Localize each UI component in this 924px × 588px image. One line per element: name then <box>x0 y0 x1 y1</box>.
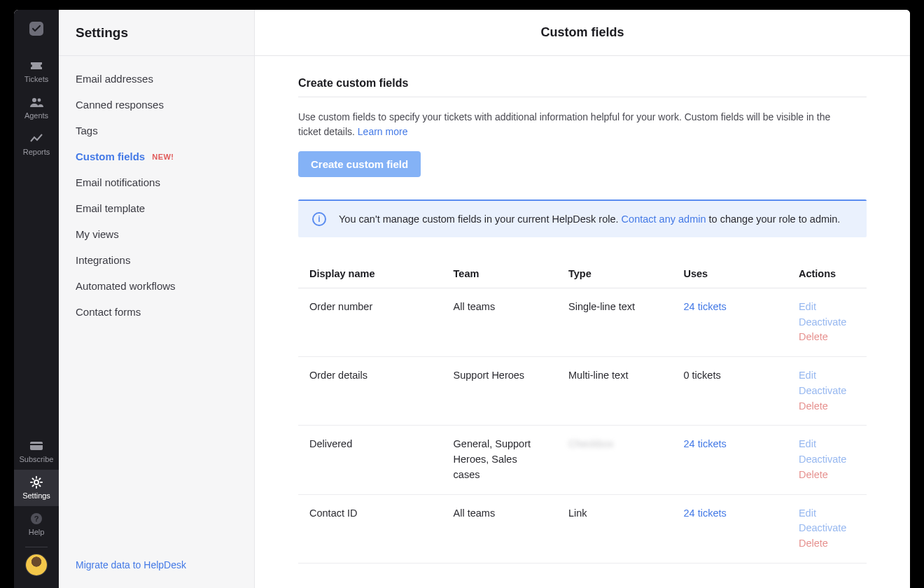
uses-link[interactable]: 24 tickets <box>683 507 726 519</box>
rail-item-reports[interactable]: Reports <box>14 126 59 162</box>
sidebar-item-label: Automated workflows <box>76 280 176 292</box>
action-delete[interactable]: Delete <box>799 536 855 552</box>
nav-rail: Tickets Agents Reports Subscribe Setting… <box>14 10 59 588</box>
cell-team: Support Heroes <box>442 357 557 426</box>
rail-label: Reports <box>23 148 50 156</box>
cell-uses: 24 tickets <box>672 426 787 494</box>
sidebar-item-my-views[interactable]: My views <box>59 221 254 247</box>
section-description: Use custom fields to specify your ticket… <box>298 110 844 140</box>
app-shell: Tickets Agents Reports Subscribe Setting… <box>14 10 910 588</box>
rail-label: Subscribe <box>20 455 54 463</box>
cell-display-name: Delivered <box>298 426 442 494</box>
cell-uses: 24 tickets <box>672 288 787 356</box>
action-deactivate[interactable]: Deactivate <box>799 521 855 536</box>
table-row: Order numberAll teamsSingle-line text24 … <box>298 288 867 356</box>
svg-point-1 <box>32 98 36 102</box>
uses-link[interactable]: 24 tickets <box>683 438 726 449</box>
svg-rect-4 <box>30 444 43 445</box>
svg-point-2 <box>38 99 41 102</box>
sidebar-item-label: Email template <box>76 202 145 214</box>
uses-link[interactable]: 24 tickets <box>683 301 726 312</box>
cell-uses: 24 tickets <box>672 494 787 563</box>
action-deactivate[interactable]: Deactivate <box>799 452 855 468</box>
sidebar-item-label: Canned responses <box>76 99 164 111</box>
action-edit[interactable]: Edit <box>799 506 855 522</box>
rail-item-tickets[interactable]: Tickets <box>14 53 59 90</box>
sidebar-item-automated-workflows[interactable]: Automated workflows <box>59 273 254 299</box>
main-body: Create custom fields Use custom fields t… <box>255 56 910 588</box>
col-type: Type <box>557 260 672 288</box>
rail-divider <box>25 547 48 547</box>
svg-text:?: ? <box>34 514 39 523</box>
col-actions: Actions <box>788 260 867 288</box>
action-deactivate[interactable]: Deactivate <box>799 315 855 330</box>
notice-post: to change your role to admin. <box>706 214 841 225</box>
cell-actions: EditDeactivateDelete <box>788 426 867 494</box>
cell-display-name: Contact ID <box>298 494 442 563</box>
sidebar-item-integrations[interactable]: Integrations <box>59 247 254 273</box>
migrate-link[interactable]: Migrate data to HelpDesk <box>76 559 186 570</box>
divider <box>298 97 867 97</box>
contact-admin-link[interactable]: Contact any admin <box>622 214 706 225</box>
cell-team: General, Support Heroes, Sales cases <box>442 426 557 494</box>
sidebar-item-label: Integrations <box>76 254 130 266</box>
cell-type: Single-line text <box>557 288 672 356</box>
rail-item-subscribe[interactable]: Subscribe <box>14 433 59 470</box>
sidebar-item-email-addresses[interactable]: Email addresses <box>59 66 254 92</box>
action-delete[interactable]: Delete <box>799 399 855 414</box>
cell-actions: EditDeactivateDelete <box>788 288 867 356</box>
rail-label: Settings <box>22 491 50 500</box>
sidebar-title: Settings <box>59 10 254 56</box>
sidebar-item-label: My views <box>76 228 119 240</box>
sidebar-item-label: Tags <box>76 125 98 136</box>
svg-point-5 <box>34 480 38 484</box>
sidebar-item-tags[interactable]: Tags <box>59 118 254 144</box>
table-row: DeliveredGeneral, Support Heroes, Sales … <box>298 426 867 494</box>
blurred-type: Checkbox <box>568 438 613 449</box>
cell-actions: EditDeactivateDelete <box>788 494 867 563</box>
agents-icon <box>29 96 43 108</box>
col-display-name: Display name <box>298 260 442 288</box>
rail-item-settings[interactable]: Settings <box>14 470 59 506</box>
section-title: Create custom fields <box>298 77 867 90</box>
cell-display-name: Order number <box>298 288 442 356</box>
cell-team: All teams <box>442 288 557 356</box>
learn-more-link[interactable]: Learn more <box>358 126 408 137</box>
notice-text: You can't manage custom fields in your c… <box>339 214 840 225</box>
table-row: Contact IDAll teamsLink24 ticketsEditDea… <box>298 494 867 563</box>
sidebar-item-label: Email notifications <box>76 176 160 188</box>
help-icon: ? <box>30 512 43 525</box>
sidebar-item-email-notifications[interactable]: Email notifications <box>59 169 254 195</box>
rail-label: Tickets <box>24 75 48 83</box>
gear-icon <box>30 476 43 489</box>
sidebar-item-email-template[interactable]: Email template <box>59 195 254 221</box>
new-badge: NEW! <box>152 153 174 161</box>
action-edit[interactable]: Edit <box>799 300 855 315</box>
card-icon <box>30 440 43 452</box>
sidebar-item-canned-responses[interactable]: Canned responses <box>59 92 254 118</box>
cell-uses: 0 tickets <box>672 357 787 426</box>
col-team: Team <box>442 260 557 288</box>
permission-notice: i You can't manage custom fields in your… <box>298 200 867 237</box>
action-delete[interactable]: Delete <box>799 330 855 345</box>
rail-item-help[interactable]: ? Help <box>14 506 59 542</box>
cell-type: Checkbox <box>557 426 672 494</box>
action-edit[interactable]: Edit <box>799 437 855 452</box>
avatar[interactable] <box>26 554 47 575</box>
custom-fields-table: Display name Team Type Uses Actions Orde… <box>298 260 867 564</box>
sidebar-item-contact-forms[interactable]: Contact forms <box>59 299 254 325</box>
rail-item-agents[interactable]: Agents <box>14 90 59 126</box>
table-row: Order detailsSupport HeroesMulti-line te… <box>298 357 867 426</box>
sidebar-item-custom-fields[interactable]: Custom fieldsNEW! <box>59 144 254 169</box>
cell-display-name: Order details <box>298 357 442 426</box>
sidebar-list: Email addressesCanned responsesTagsCusto… <box>59 56 254 335</box>
page-title: Custom fields <box>255 10 910 56</box>
sidebar-item-label: Custom fields <box>76 150 145 162</box>
app-logo[interactable] <box>27 20 46 38</box>
action-edit[interactable]: Edit <box>799 368 855 384</box>
action-deactivate[interactable]: Deactivate <box>799 384 855 399</box>
action-delete[interactable]: Delete <box>799 468 855 483</box>
col-uses: Uses <box>672 260 787 288</box>
table-header-row: Display name Team Type Uses Actions <box>298 260 867 288</box>
create-custom-field-button[interactable]: Create custom field <box>298 151 421 177</box>
